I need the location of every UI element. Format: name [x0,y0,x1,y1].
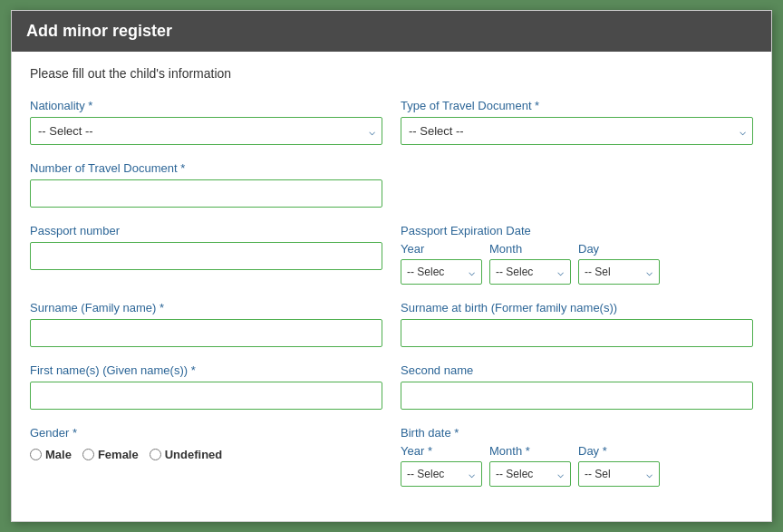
surname-birth-label: Surname at birth (Former family name(s)) [401,301,753,314]
travel-doc-number-empty-col [401,161,753,208]
birth-year-label: Year * [401,444,482,458]
surname-label: Surname (Family name) * [30,301,382,314]
gender-undefined-radio[interactable] [150,449,161,460]
surname-birth-input[interactable] [401,319,753,347]
birth-month-select[interactable]: -- Selec [489,461,571,487]
modal-body: Please fill out the child's information … [12,52,771,521]
expiry-day-col: Day -- Sel ⌵ [578,242,660,285]
form-row-1: Nationality * -- Select -- ⌵ Type of Tra… [30,99,753,145]
passport-expiry-label: Passport Expiration Date [401,224,753,237]
modal-title: Add minor register [26,22,172,40]
travel-doc-type-select[interactable]: -- Select -- [401,117,753,145]
modal-header: Add minor register [12,11,771,52]
nationality-col: Nationality * -- Select -- ⌵ [30,99,382,145]
surname-birth-col: Surname at birth (Former family name(s)) [401,301,753,347]
secondname-label: Second name [401,363,753,377]
travel-doc-number-col: Number of Travel Document * [30,161,382,208]
expiry-year-select-wrapper: -- Selec ⌵ [401,259,482,285]
passport-number-label: Passport number [30,224,382,237]
birth-year-select[interactable]: -- Selec [401,461,482,487]
birth-day-select[interactable]: -- Sel [578,461,660,487]
birth-month-col: Month * -- Selec ⌵ [489,444,571,487]
birthdate-col: Birth date * Year * -- Selec ⌵ [401,426,753,487]
birth-day-label: Day * [578,444,660,458]
form-subtitle: Please fill out the child's information [30,66,753,81]
expiry-month-label: Month [489,242,571,256]
form-row-2: Number of Travel Document * [30,161,753,208]
gender-options: Male Female Undefined [30,448,382,461]
gender-male-radio[interactable] [30,449,42,460]
expiry-year-label: Year [401,242,482,256]
firstname-input[interactable] [30,382,382,410]
surname-input[interactable] [30,319,382,347]
form-row-4: Surname (Family name) * Surname at birth… [30,301,753,347]
expiry-year-col: Year -- Selec ⌵ [401,242,482,285]
secondname-input[interactable] [401,382,753,410]
gender-male-label: Male [45,448,72,461]
passport-number-input[interactable] [30,242,382,270]
expiry-day-select[interactable]: -- Sel [578,259,660,285]
firstname-label: First name(s) (Given name(s)) * [30,363,382,377]
passport-expiry-col: Passport Expiration Date Year -- Selec ⌵ [401,224,753,285]
expiry-month-select-wrapper: -- Selec ⌵ [489,259,571,285]
modal: Add minor register Please fill out the c… [11,10,772,522]
secondname-col: Second name [401,363,753,410]
gender-undefined-label: Undefined [165,448,223,461]
birth-day-select-wrapper: -- Sel ⌵ [578,461,660,487]
travel-doc-type-col: Type of Travel Document * -- Select -- ⌵ [401,99,753,145]
form-row-6: Gender * Male Female Undefined Birth dat… [30,426,753,487]
nationality-label: Nationality * [30,99,382,112]
expiry-month-col: Month -- Selec ⌵ [489,242,571,285]
gender-female-radio[interactable] [82,449,94,460]
birthdate-label: Birth date * [401,426,753,440]
firstname-col: First name(s) (Given name(s)) * [30,363,382,410]
expiry-month-select[interactable]: -- Selec [489,259,571,285]
birth-date-selects: Year * -- Selec ⌵ Month * [401,444,753,487]
expiry-year-select[interactable]: -- Selec [401,259,482,285]
gender-label: Gender * [30,426,382,440]
expiry-day-select-wrapper: -- Sel ⌵ [578,259,660,285]
form-row-3: Passport number Passport Expiration Date… [30,224,753,285]
travel-doc-number-input[interactable] [30,179,382,208]
passport-number-col: Passport number [30,224,382,285]
gender-female-label: Female [98,448,139,461]
modal-overlay: Add minor register Please fill out the c… [0,0,783,532]
travel-doc-type-select-wrapper: -- Select -- ⌵ [401,117,753,145]
birth-month-select-wrapper: -- Selec ⌵ [489,461,571,487]
nationality-select[interactable]: -- Select -- [30,117,382,145]
birth-month-label: Month * [489,444,571,458]
travel-doc-number-label: Number of Travel Document * [30,161,382,175]
expiry-day-label: Day [578,242,660,256]
birth-day-col: Day * -- Sel ⌵ [578,444,660,487]
gender-col: Gender * Male Female Undefined [30,426,382,487]
birth-year-col: Year * -- Selec ⌵ [401,444,482,487]
travel-doc-type-label: Type of Travel Document * [401,99,753,112]
form-row-5: First name(s) (Given name(s)) * Second n… [30,363,753,410]
birth-year-select-wrapper: -- Selec ⌵ [401,461,482,487]
nationality-select-wrapper: -- Select -- ⌵ [30,117,382,145]
passport-expiry-date-selects: Year -- Selec ⌵ Month [401,242,753,285]
surname-col: Surname (Family name) * [30,301,382,347]
